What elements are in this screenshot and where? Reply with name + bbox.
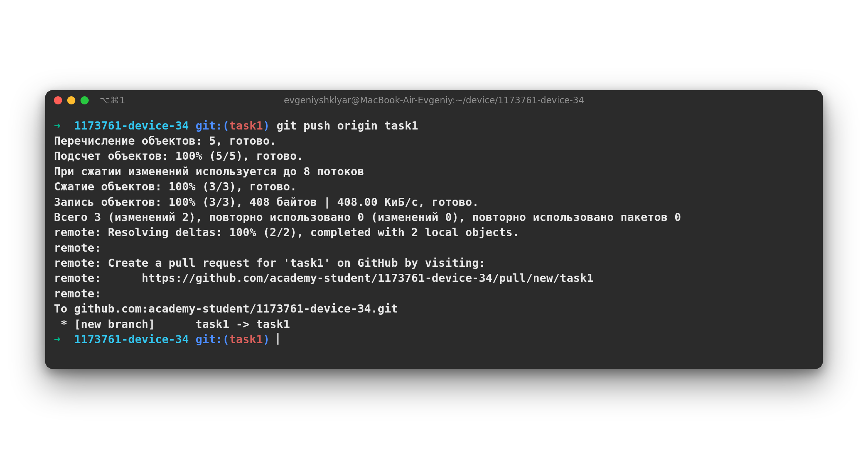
prompt-git-label: git: (196, 119, 223, 132)
output-line: To github.com:academy-student/1173761-de… (54, 302, 398, 315)
prompt-arrow: ➜ (54, 119, 61, 132)
stage: ⌥⌘1 evgeniyshklyar@MacBook-Air-Evgeniy:~… (0, 0, 868, 459)
traffic-lights (54, 96, 89, 104)
command-text: git push origin task1 (277, 119, 418, 132)
cursor (277, 333, 278, 345)
output-line: * [new branch] task1 -> task1 (54, 318, 290, 331)
prompt-arrow: ➜ (54, 333, 61, 346)
zoom-button[interactable] (81, 96, 89, 104)
terminal-window: ⌥⌘1 evgeniyshklyar@MacBook-Air-Evgeniy:~… (45, 90, 823, 369)
close-button[interactable] (54, 96, 62, 104)
output-line: При сжатии изменений используется до 8 п… (54, 165, 364, 178)
terminal-body[interactable]: ➜ 1173761-device-34 git:(task1) git push… (45, 111, 823, 369)
prompt-git-label: git: (196, 333, 223, 346)
prompt-branch: task1 (229, 119, 263, 132)
minimize-button[interactable] (67, 96, 75, 104)
output-line: Подсчет объектов: 100% (5/5), готово. (54, 149, 304, 162)
prompt-paren-close: ) (263, 119, 270, 132)
output-line: remote: https://github.com/academy-stude… (54, 272, 594, 284)
tab-indicator: ⌥⌘1 (100, 95, 126, 106)
output-line: remote: Resolving deltas: 100% (2/2), co… (54, 226, 519, 239)
output-line: remote: (54, 287, 101, 300)
output-line: Сжатие объектов: 100% (3/3), готово. (54, 180, 297, 193)
output-line: Перечисление объектов: 5, готово. (54, 134, 277, 147)
titlebar: ⌥⌘1 evgeniyshklyar@MacBook-Air-Evgeniy:~… (45, 90, 823, 111)
output-line: Всего 3 (изменений 2), повторно использо… (54, 211, 681, 224)
prompt-paren-close: ) (263, 333, 270, 346)
output-line: Запись объектов: 100% (3/3), 408 байтов … (54, 196, 479, 208)
prompt-dir: 1173761-device-34 (74, 333, 189, 346)
window-title: evgeniyshklyar@MacBook-Air-Evgeniy:~/dev… (45, 95, 823, 106)
prompt-paren-open: ( (223, 119, 229, 132)
prompt-paren-open: ( (223, 333, 229, 346)
output-line: remote: Create a pull request for 'task1… (54, 256, 486, 269)
prompt-branch: task1 (229, 333, 263, 346)
prompt-dir: 1173761-device-34 (74, 119, 189, 132)
output-line: remote: (54, 241, 101, 254)
